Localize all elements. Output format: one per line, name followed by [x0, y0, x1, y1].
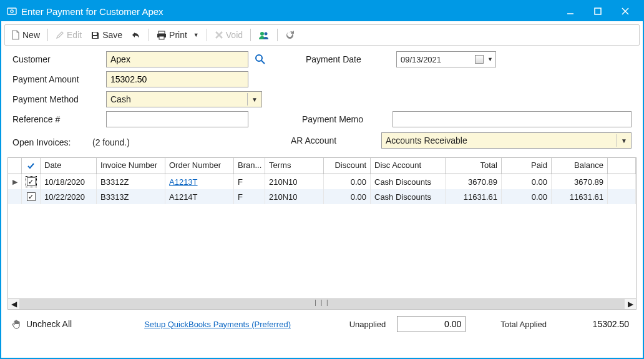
payment-memo-input[interactable]: [393, 111, 632, 127]
header-discount[interactable]: Discount: [324, 158, 371, 174]
refresh-button[interactable]: [283, 29, 297, 41]
cell-branch: F: [234, 174, 265, 189]
maximize-button[interactable]: [584, 2, 612, 20]
ar-account-value: Accounts Receivable: [386, 135, 467, 145]
print-button[interactable]: Print ▼: [154, 29, 202, 41]
cell-disc-account: Cash Discounts: [371, 174, 446, 189]
customer-search-button[interactable]: [252, 51, 268, 67]
unapplied-label: Unapplied: [349, 320, 386, 329]
svg-rect-6: [93, 32, 97, 35]
scroll-track[interactable]: | | |: [19, 299, 625, 309]
cell-balance: 11631.61: [552, 189, 608, 204]
row-checkbox[interactable]: [27, 177, 36, 186]
print-label: Print: [169, 30, 187, 40]
payment-method-label: Payment Method: [12, 94, 106, 104]
horizontal-scrollbar[interactable]: ◀ | | | ▶: [8, 298, 636, 309]
users-icon: [258, 31, 270, 40]
svg-rect-8: [159, 31, 165, 34]
row-checkbox[interactable]: [27, 192, 36, 201]
cell-order[interactable]: A1213T: [165, 174, 234, 189]
header-date[interactable]: Date: [41, 158, 97, 174]
cell-discount: 0.00: [324, 189, 371, 204]
titlebar: Enter Payment for Customer Apex: [1, 1, 643, 21]
header-invoice[interactable]: Invoice Number: [97, 158, 165, 174]
payment-date-picker[interactable]: 09/13/2021 ▼: [396, 51, 496, 67]
quickbooks-link[interactable]: Setup QuickBooks Payments (Preferred): [144, 320, 291, 329]
svg-point-14: [265, 32, 268, 35]
ar-account-label: AR Account: [291, 135, 381, 145]
minimize-button[interactable]: [557, 2, 584, 20]
row-indicator: [8, 189, 22, 204]
cell-balance: 3670.89: [552, 174, 608, 189]
payment-date-label: Payment Date: [306, 54, 396, 64]
cell-terms: 210N10: [265, 174, 324, 189]
svg-point-13: [260, 32, 264, 36]
save-icon: [90, 31, 100, 40]
uncheck-all-label: Uncheck All: [26, 319, 72, 329]
chevron-down-icon: ▼: [247, 93, 258, 106]
chevron-down-icon: ▼: [617, 134, 627, 147]
svg-rect-10: [159, 36, 164, 39]
table-row[interactable]: ▶10/18/2020B3312ZA1213TF210N100.00Cash D…: [8, 174, 636, 189]
customer-label: Customer: [12, 54, 106, 64]
void-button[interactable]: Void: [212, 29, 245, 41]
row-indicator: ▶: [8, 174, 22, 189]
uncheck-all-button[interactable]: Uncheck All: [11, 318, 72, 330]
open-invoices-count: (2 found.): [92, 137, 130, 147]
payment-amount-input[interactable]: [106, 71, 248, 87]
total-applied-value: [558, 316, 633, 332]
ar-account-combo[interactable]: Accounts Receivable ▼: [381, 132, 632, 149]
reference-label: Reference #: [12, 114, 106, 124]
svg-line-16: [261, 61, 265, 64]
payment-window: Enter Payment for Customer Apex New Edit…: [0, 0, 644, 359]
save-button[interactable]: Save: [88, 29, 125, 41]
cell-branch: F: [234, 189, 265, 204]
header-disc-account[interactable]: Disc Account: [371, 158, 446, 174]
users-button[interactable]: [256, 29, 272, 41]
customer-input[interactable]: [106, 51, 248, 67]
payment-amount-label: Payment Amount: [12, 74, 106, 84]
table-row[interactable]: 10/22/2020B3313ZA1214TF210N100.00Cash Di…: [8, 189, 636, 204]
hand-icon: [11, 318, 22, 330]
header-terms[interactable]: Terms: [265, 158, 324, 174]
close-button[interactable]: [612, 2, 639, 20]
payment-method-value: Cash: [110, 94, 131, 104]
cell-invoice: B3313Z: [97, 189, 165, 204]
app-icon: [6, 6, 17, 17]
search-icon: [255, 54, 266, 65]
form-area: Customer Payment Date 09/13/2021 ▼ Payme…: [1, 49, 643, 154]
pencil-icon: [56, 31, 64, 39]
svg-point-1: [11, 10, 13, 12]
new-button[interactable]: New: [9, 29, 42, 41]
header-branch[interactable]: Bran...: [234, 158, 265, 174]
checkbox-header[interactable]: [22, 158, 41, 174]
void-label: Void: [226, 30, 243, 40]
svg-rect-3: [595, 8, 601, 14]
scroll-right-button[interactable]: ▶: [625, 299, 636, 309]
cell-disc-account: Cash Discounts: [371, 189, 446, 204]
cell-discount: 0.00: [324, 174, 371, 189]
header-total[interactable]: Total: [446, 158, 502, 174]
check-icon: [27, 162, 36, 170]
undo-button[interactable]: [129, 29, 144, 41]
toolbar: New Edit Save Print ▼ Void: [4, 24, 640, 46]
window-title: Enter Payment for Customer Apex: [21, 6, 557, 17]
cell-date: 10/22/2020: [41, 189, 97, 204]
refresh-icon: [285, 31, 295, 40]
header-paid[interactable]: Paid: [502, 158, 552, 174]
scroll-left-button[interactable]: ◀: [8, 299, 19, 309]
page-icon: [11, 30, 20, 40]
open-invoices-label: Open Invoices:: [12, 137, 92, 147]
header-order[interactable]: Order Number: [165, 158, 234, 174]
payment-method-combo[interactable]: Cash ▼: [106, 91, 262, 107]
grid-body: ▶10/18/2020B3312ZA1213TF210N100.00Cash D…: [8, 174, 636, 298]
cell-date: 10/18/2020: [41, 174, 97, 189]
unapplied-input[interactable]: [397, 316, 466, 332]
header-balance[interactable]: Balance: [552, 158, 608, 174]
cell-total: 11631.61: [446, 189, 502, 204]
reference-input[interactable]: [106, 111, 248, 127]
svg-point-15: [256, 55, 262, 61]
new-label: New: [22, 30, 40, 40]
svg-rect-7: [93, 36, 97, 38]
edit-button[interactable]: Edit: [53, 29, 84, 41]
